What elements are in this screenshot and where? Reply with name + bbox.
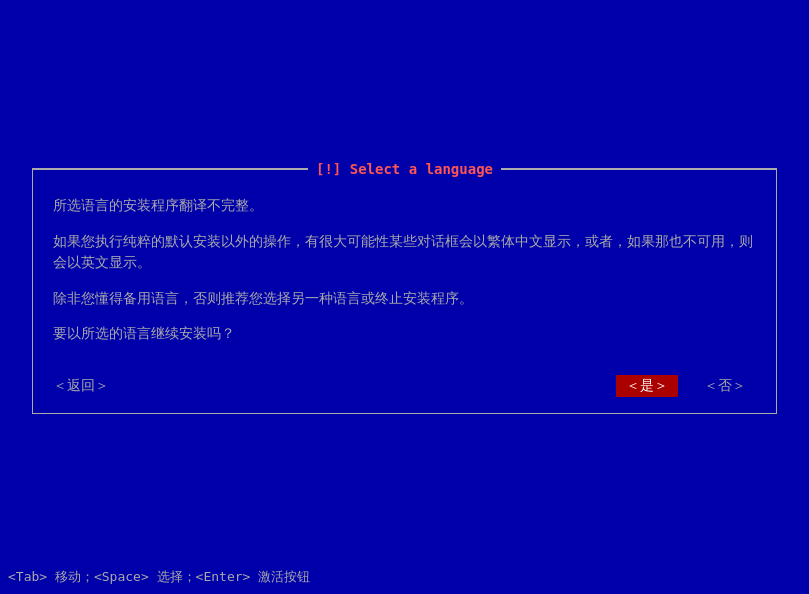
screen: [!] Select a language 所选语言的安装程序翻译不完整。 如果… — [0, 0, 809, 594]
no-button[interactable]: ＜否＞ — [694, 375, 756, 397]
confirm-buttons: ＜是＞ ＜否＞ — [616, 375, 756, 397]
dialog-title-bar: [!] Select a language — [33, 159, 776, 179]
yes-button[interactable]: ＜是＞ — [616, 375, 678, 397]
dialog-content: 所选语言的安装程序翻译不完整。 如果您执行纯粹的默认安装以外的操作，有很大可能性… — [33, 179, 776, 361]
dialog-title: [!] Select a language — [308, 161, 501, 177]
button-row: ＜返回＞ ＜是＞ ＜否＞ — [33, 361, 776, 413]
paragraph-4: 要以所选的语言继续安装吗？ — [53, 323, 756, 345]
status-bar: <Tab> 移动；<Space> 选择；<Enter> 激活按钮 — [8, 568, 310, 586]
paragraph-3: 除非您懂得备用语言，否则推荐您选择另一种语言或终止安装程序。 — [53, 288, 756, 310]
back-button[interactable]: ＜返回＞ — [53, 377, 109, 395]
paragraph-1: 所选语言的安装程序翻译不完整。 — [53, 195, 756, 217]
paragraph-2: 如果您执行纯粹的默认安装以外的操作，有很大可能性某些对话框会以繁体中文显示，或者… — [53, 231, 756, 274]
dialog: [!] Select a language 所选语言的安装程序翻译不完整。 如果… — [32, 168, 777, 414]
